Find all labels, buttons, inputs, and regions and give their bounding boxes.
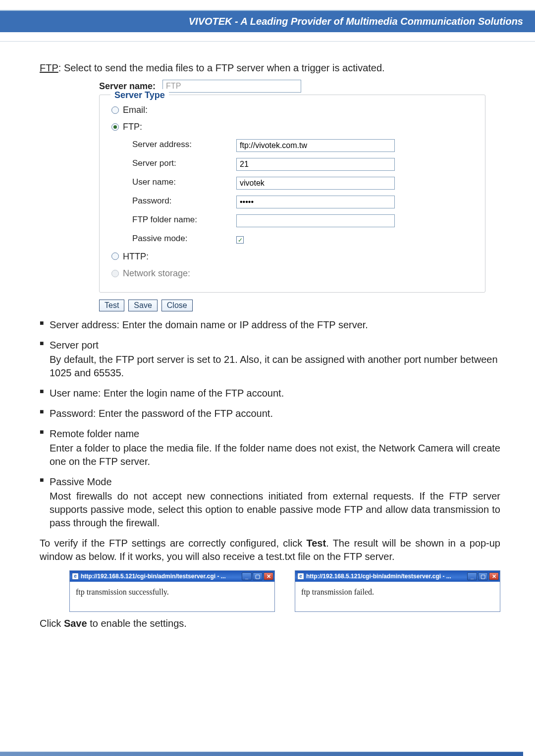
form-buttons: Test Save Close — [99, 300, 485, 311]
close-icon[interactable]: ✕ — [489, 572, 499, 580]
ftp-fields: Server address: Server port: User name: — [132, 138, 476, 246]
radio-network-storage-label: Network storage: — [123, 267, 190, 279]
verify-paragraph: To verify if the FTP settings are correc… — [40, 537, 500, 563]
page-header: VIVOTEK - A Leading Provider of Multimed… — [0, 11, 535, 32]
bullet-list: Server address: Enter the domain name or… — [40, 318, 500, 530]
dialog-failed-title: http://192.168.5.121/cgi-bin/admin/tests… — [306, 572, 465, 580]
ie-icon: e — [297, 573, 304, 580]
ftp-intro: FTP: Select to send the media files to a… — [40, 61, 500, 75]
radio-email-label: Email: — [123, 104, 148, 116]
server-address-input[interactable] — [236, 139, 395, 152]
user-name-label: User name: — [132, 177, 236, 188]
radio-ftp-label: FTP: — [123, 121, 142, 133]
result-dialogs: e http://192.168.5.121/cgi-bin/admin/tes… — [69, 570, 500, 612]
server-type-fieldset: Server Type Email: FTP: Server address: — [99, 95, 485, 293]
dialog-success-titlebar: e http://192.168.5.121/cgi-bin/admin/tes… — [70, 571, 274, 582]
radio-ftp-row[interactable]: FTP: — [111, 121, 476, 133]
radio-network-storage — [111, 270, 119, 277]
radio-email-row[interactable]: Email: — [111, 104, 476, 116]
bullet-passive-mode-body: Most firewalls do not accept new connect… — [50, 490, 500, 530]
server-port-input[interactable] — [236, 158, 395, 171]
server-address-label: Server address: — [132, 139, 236, 151]
password-input[interactable] — [236, 196, 395, 208]
bullet-server-address: Server address: Enter the domain name or… — [40, 318, 500, 332]
bullet-remote-folder: Remote folder name Enter a folder to pla… — [40, 427, 500, 468]
dialog-success-title: http://192.168.5.121/cgi-bin/admin/tests… — [81, 572, 240, 580]
save-button[interactable]: Save — [128, 300, 157, 311]
close-icon[interactable]: ✕ — [264, 572, 273, 580]
ftp-intro-text: : Select to send the media files to a FT… — [58, 62, 385, 73]
page-footer-wrap: User's Manual - 61 — [0, 746, 535, 756]
bullet-passive-mode-title: Passive Mode — [50, 475, 500, 489]
verify-pre: To verify if the FTP settings are correc… — [40, 538, 306, 549]
radio-network-storage-row: Network storage: — [111, 267, 476, 279]
radio-ftp[interactable] — [111, 123, 119, 131]
save-line-post: to enable the settings. — [87, 618, 187, 629]
dialog-failed-body: ftp transmission failed. — [295, 582, 500, 611]
password-label: Password: — [132, 196, 236, 207]
dialog-failed: e http://192.168.5.121/cgi-bin/admin/tes… — [295, 570, 500, 612]
server-port-label: Server port: — [132, 158, 236, 169]
server-name-input[interactable] — [162, 80, 301, 93]
radio-email[interactable] — [111, 106, 119, 114]
test-button[interactable]: Test — [99, 300, 124, 311]
ftp-intro-underline: FTP — [40, 62, 58, 73]
radio-http[interactable] — [111, 252, 119, 260]
restore-icon[interactable]: ▢ — [253, 572, 263, 580]
radio-http-row[interactable]: HTTP: — [111, 251, 476, 262]
bullet-remote-folder-body: Enter a folder to place the media file. … — [50, 442, 500, 468]
server-type-legend: Server Type — [110, 89, 169, 101]
ie-icon: e — [72, 573, 79, 580]
bullet-passive-mode: Passive Mode Most firewalls do not accep… — [40, 475, 500, 530]
dialog-failed-titlebar: e http://192.168.5.121/cgi-bin/admin/tes… — [295, 571, 500, 582]
radio-http-label: HTTP: — [123, 251, 149, 262]
bullet-server-port-body: By default, the FTP port server is set t… — [50, 353, 500, 380]
header-title: VIVOTEK - A Leading Provider of Multimed… — [189, 16, 523, 27]
minimize-icon[interactable]: _ — [467, 572, 477, 580]
bullet-server-port-title: Server port — [50, 339, 500, 352]
server-form: Server name: Server Type Email: FTP: Ser… — [99, 80, 485, 311]
dialog-success-body: ftp transmission successfully. — [70, 582, 274, 611]
ftp-folder-input[interactable] — [236, 214, 395, 227]
restore-icon[interactable]: ▢ — [478, 572, 488, 580]
ftp-folder-label: FTP folder name: — [132, 214, 236, 226]
verify-bold: Test — [306, 538, 326, 549]
user-name-input[interactable] — [236, 177, 395, 190]
save-line: Click Save to enable the settings. — [40, 617, 500, 630]
save-line-pre: Click — [40, 618, 64, 629]
close-button[interactable]: Close — [161, 300, 193, 311]
bullet-user-name: User name: Enter the login name of the F… — [40, 387, 500, 400]
save-line-bold: Save — [64, 618, 87, 629]
passive-mode-label: Passive mode: — [132, 233, 236, 245]
passive-mode-checkbox[interactable]: ✓ — [236, 236, 244, 244]
minimize-icon[interactable]: _ — [242, 572, 252, 580]
bullet-remote-folder-title: Remote folder name — [50, 427, 500, 441]
dialog-success: e http://192.168.5.121/cgi-bin/admin/tes… — [69, 570, 275, 612]
bullet-password: Password: Enter the password of the FTP … — [40, 407, 500, 420]
bullet-server-port: Server port By default, the FTP port ser… — [40, 339, 500, 380]
page-footer: User's Manual - 61 — [0, 752, 523, 756]
